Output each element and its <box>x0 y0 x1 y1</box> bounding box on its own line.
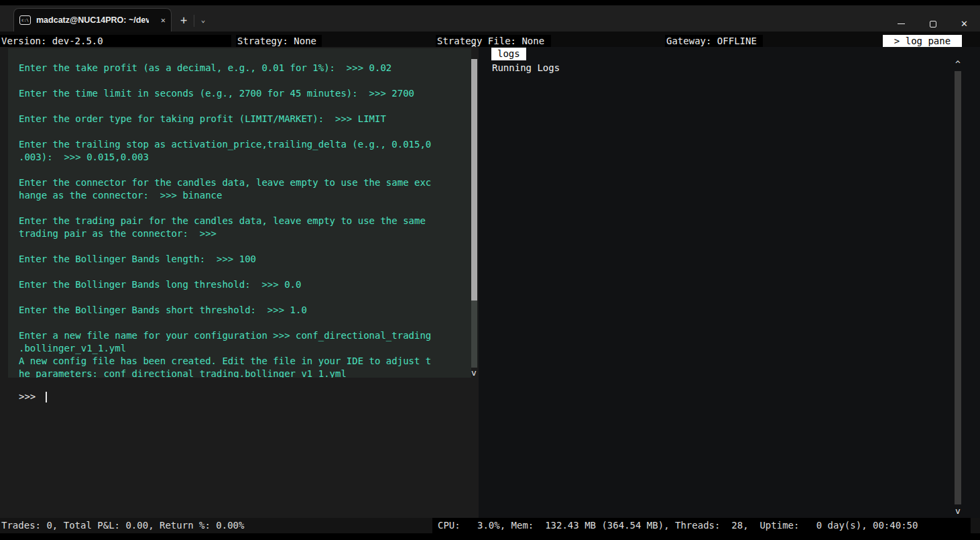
output-line: Enter the trailing stop as activation_pr… <box>19 138 471 151</box>
terminal-body: Version: dev-2.5.0 Strategy: None Strate… <box>0 32 980 540</box>
minimize-icon <box>898 23 905 25</box>
command-input[interactable]: >>> <box>19 390 47 403</box>
top-status-bar: Version: dev-2.5.0 Strategy: None Strate… <box>0 35 980 48</box>
maximize-icon <box>930 21 936 28</box>
tab-title: madcatz@NUC14PRO: ~/deve <box>36 15 149 25</box>
output-line: Enter the connector for the candles data… <box>19 176 471 189</box>
input-prompt: >>> <box>19 391 42 402</box>
output-line <box>19 291 471 304</box>
log-scroll-down-icon[interactable]: v <box>953 506 963 517</box>
output-line: A new config file has been created. Edit… <box>19 355 471 368</box>
output-line: hange as the connector: >>> binance <box>19 189 471 202</box>
output-line <box>19 164 471 176</box>
output-line <box>19 317 471 329</box>
output-line: he parameters: conf_directional_trading.… <box>19 368 471 378</box>
system-status: CPU: 3.0%, Mem: 132.43 MB (364.54 MB), T… <box>438 519 918 532</box>
output-scrollbar-thumb[interactable] <box>471 59 477 301</box>
output-line <box>19 266 471 278</box>
log-pane: logs Running Logs ^ v <box>479 47 980 518</box>
log-scroll-up-icon[interactable]: ^ <box>953 59 963 70</box>
output-line: Enter a new file name for your configura… <box>19 329 471 342</box>
strategy-field: Strategy: None <box>236 35 322 48</box>
output-scroll-up-icon[interactable]: ^ <box>470 43 478 54</box>
gateway-field: Gateway: OFFLINE <box>665 35 763 48</box>
tab-dropdown-button[interactable]: ⌄ <box>196 15 210 24</box>
output-line <box>19 240 471 253</box>
output-line: Enter the order type for taking profit (… <box>19 113 471 125</box>
trades-status: Trades: 0, Total P&L: 0.00, Return %: 0.… <box>1 519 244 532</box>
log-pane-toggle-button[interactable]: > log pane <box>883 35 962 48</box>
output-line: .003): >>> 0.015,0.003 <box>19 151 471 164</box>
version-field: Version: dev-2.5.0 <box>0 35 231 48</box>
output-line: Enter the Bollinger Bands long threshold… <box>19 278 471 291</box>
title-bar: c:\ madcatz@NUC14PRO: ~/deve ✕ + ⌄ ✕ <box>0 0 980 32</box>
output-line: Enter the Bollinger Bands length: >>> 10… <box>19 253 471 266</box>
output-line <box>19 74 471 87</box>
log-scrollbar-thumb[interactable] <box>955 71 961 504</box>
output-line: .bollinger_v1_1.yml <box>19 342 471 355</box>
output-line <box>19 100 471 113</box>
output-scrollbar-track[interactable] <box>471 301 477 368</box>
output-line: Enter the trading pair for the candles d… <box>19 215 471 227</box>
bottom-status-bar: Trades: 0, Total P&L: 0.00, Return %: 0.… <box>0 518 980 533</box>
tab-close-icon[interactable]: ✕ <box>161 15 166 25</box>
tab-logs[interactable]: logs <box>491 48 526 60</box>
output-pane[interactable]: Enter the take profit (as a decimal, e.g… <box>8 48 471 378</box>
output-line: trading pair as the connector: >>> <box>19 227 471 240</box>
main-pane: Enter the take profit (as a decimal, e.g… <box>0 47 479 518</box>
bottom-border <box>0 533 980 540</box>
terminal-icon: c:\ <box>19 15 31 25</box>
system-status-patch: CPU: 3.0%, Mem: 132.43 MB (364.54 MB), T… <box>432 518 971 533</box>
output-line <box>19 202 471 215</box>
terminal-tab[interactable]: c:\ madcatz@NUC14PRO: ~/deve ✕ <box>13 8 172 32</box>
text-cursor <box>46 392 47 402</box>
output-line: Enter the take profit (as a decimal, e.g… <box>19 62 471 74</box>
strategy-file-field: Strategy File: None <box>436 35 551 48</box>
new-tab-button[interactable]: + <box>176 13 192 27</box>
output-line: Enter the Bollinger Bands short threshol… <box>19 304 471 317</box>
log-pane-title: Running Logs <box>492 62 560 74</box>
output-scroll-down-icon[interactable]: v <box>470 368 478 378</box>
tab-separator <box>194 15 194 27</box>
output-line: Enter the time limit in seconds (e.g., 2… <box>19 87 471 100</box>
close-icon: ✕ <box>961 19 968 28</box>
output-line <box>19 125 471 138</box>
